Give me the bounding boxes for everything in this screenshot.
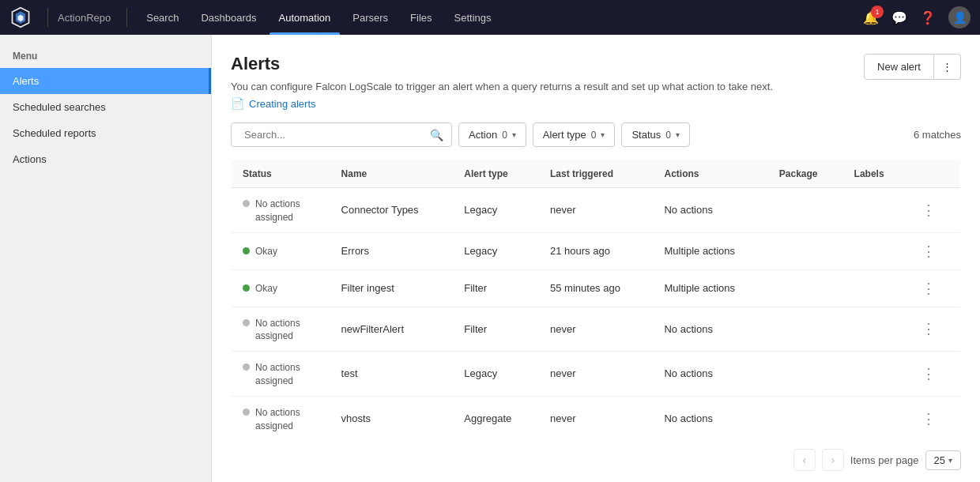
creating-alerts-link[interactable]: 📄 Creating alerts <box>231 97 773 110</box>
alert-type-filter-chevron: ▾ <box>601 130 605 139</box>
logo[interactable] <box>9 6 32 28</box>
cell-name: newFilterAlert <box>330 307 454 352</box>
page-title: Alerts <box>231 54 773 74</box>
row-menu-button[interactable]: ⋮ <box>918 278 939 299</box>
col-name: Name <box>330 160 454 188</box>
row-menu-button[interactable]: ⋮ <box>918 318 939 339</box>
cell-labels <box>843 352 908 397</box>
status-filter-button[interactable]: Status 0 ▾ <box>621 122 690 147</box>
cell-alert-type: Filter <box>453 307 539 352</box>
status-dot <box>243 284 250 292</box>
cell-labels <box>843 396 908 441</box>
main-content: Alerts You can configure Falcon LogScale… <box>212 35 980 482</box>
nav-settings[interactable]: Settings <box>445 9 501 27</box>
cell-alert-type: Filter <box>453 269 539 307</box>
table-row: No actionsassigned test Legacy never No … <box>232 352 961 397</box>
cell-package <box>768 352 843 397</box>
new-alert-button[interactable]: New alert <box>864 54 934 80</box>
table-header-row: Status Name Alert type Last triggered Ac… <box>232 160 961 188</box>
alerts-table-wrap: Status Name Alert type Last triggered Ac… <box>212 160 980 441</box>
cell-status: No actionsassigned <box>232 307 330 352</box>
prev-page-button[interactable]: ‹ <box>793 449 816 471</box>
next-page-button[interactable]: › <box>822 449 844 471</box>
action-filter-button[interactable]: Action 0 ▾ <box>458 122 526 147</box>
sidebar-item-alerts[interactable]: Alerts <box>0 68 211 94</box>
cell-last-triggered: never <box>539 352 653 397</box>
nav-divider2 <box>126 8 127 27</box>
action-filter-count: 0 <box>502 130 507 141</box>
alert-type-filter-button[interactable]: Alert type 0 ▾ <box>533 122 616 147</box>
cell-actions: No actions <box>653 352 767 397</box>
row-menu-button[interactable]: ⋮ <box>918 363 939 384</box>
cell-row-menu: ⋮ <box>907 232 960 269</box>
notification-badge: 1 <box>871 6 884 18</box>
help-icon[interactable]: ❓ <box>920 10 936 25</box>
cell-package <box>768 307 843 352</box>
sidebar: Menu Alerts Scheduled searches Scheduled… <box>0 35 212 482</box>
cell-row-menu: ⋮ <box>907 269 960 307</box>
new-alert-menu-button[interactable]: ⋮ <box>934 54 961 80</box>
cell-last-triggered: 21 hours ago <box>539 232 653 269</box>
nav-dashboards[interactable]: Dashboards <box>191 9 266 27</box>
row-menu-button[interactable]: ⋮ <box>918 241 939 262</box>
sidebar-item-scheduled-reports[interactable]: Scheduled reports <box>0 120 211 146</box>
table-row: No actionsassigned newFilterAlert Filter… <box>232 307 961 352</box>
nav-automation[interactable]: Automation <box>270 9 341 27</box>
sidebar-item-scheduled-searches[interactable]: Scheduled searches <box>0 94 211 120</box>
cell-row-menu: ⋮ <box>907 188 960 233</box>
cell-status: No actionsassigned <box>232 396 330 441</box>
nav-search[interactable]: Search <box>137 9 188 27</box>
user-avatar[interactable]: 👤 <box>948 6 971 28</box>
table-row: Okay Filter ingest Filter 55 minutes ago… <box>232 269 961 307</box>
layout: Menu Alerts Scheduled searches Scheduled… <box>0 35 980 482</box>
filters-bar: 🔍 Action 0 ▾ Alert type 0 ▾ Status 0 ▾ 6… <box>212 110 980 160</box>
items-per-page-label: Items per page <box>850 454 919 466</box>
brand-name: ActionRepo <box>58 12 111 24</box>
cell-actions: Multiple actions <box>653 269 767 307</box>
status-filter-count: 0 <box>665 130 671 141</box>
cell-status: Okay <box>232 232 330 269</box>
status-dot <box>243 319 250 326</box>
cell-row-menu: ⋮ <box>907 396 960 441</box>
search-box: 🔍 <box>231 122 452 147</box>
cell-actions: No actions <box>653 396 767 441</box>
col-last-triggered: Last triggered <box>539 160 653 188</box>
header-actions: New alert ⋮ <box>864 54 961 80</box>
cell-package <box>768 232 843 269</box>
cell-name: Errors <box>330 232 454 269</box>
cell-last-triggered: never <box>539 396 653 441</box>
nav-files[interactable]: Files <box>401 9 441 27</box>
status-filter-label: Status <box>631 129 661 141</box>
cell-labels <box>843 307 908 352</box>
notification-icon[interactable]: 🔔 1 <box>863 10 879 25</box>
cell-last-triggered: never <box>539 188 653 233</box>
col-status: Status <box>232 160 330 188</box>
nav-divider <box>47 8 48 27</box>
chat-icon[interactable]: 💬 <box>891 10 907 25</box>
search-icon: 🔍 <box>430 129 443 141</box>
cell-name: vhosts <box>330 396 454 441</box>
row-menu-button[interactable]: ⋮ <box>918 200 939 220</box>
items-per-page-chevron: ▾ <box>948 456 952 465</box>
topnav-icons: 🔔 1 💬 ❓ 👤 <box>863 6 971 28</box>
col-menu <box>907 160 960 188</box>
cell-package <box>768 188 843 233</box>
table-row: No actionsassigned vhosts Aggregate neve… <box>232 396 961 441</box>
cell-alert-type: Legacy <box>453 232 539 269</box>
cell-row-menu: ⋮ <box>907 307 960 352</box>
search-input[interactable] <box>239 123 430 146</box>
items-per-page-value: 25 <box>934 454 945 466</box>
cell-alert-type: Legacy <box>453 352 539 397</box>
cell-actions: No actions <box>653 307 767 352</box>
topnav: ActionRepo Search Dashboards Automation … <box>0 0 980 35</box>
row-menu-button[interactable]: ⋮ <box>918 409 939 429</box>
pagination-bar: ‹ › Items per page 25 ▾ <box>212 441 980 479</box>
cell-name: Filter ingest <box>330 269 454 307</box>
cell-status: No actionsassigned <box>232 188 330 233</box>
cell-name: Connector Types <box>330 188 454 233</box>
status-dot <box>243 247 250 254</box>
nav-parsers[interactable]: Parsers <box>343 9 398 27</box>
items-per-page-select[interactable]: 25 ▾ <box>925 450 961 470</box>
cell-status: No actionsassigned <box>232 352 330 397</box>
sidebar-item-actions[interactable]: Actions <box>0 146 211 172</box>
